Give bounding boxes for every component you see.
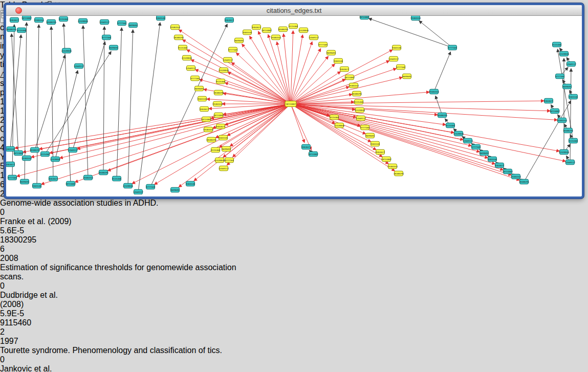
graph-node[interactable]: 19384554	[83, 175, 94, 180]
graph-node[interactable]: 9463627	[544, 98, 553, 103]
graph-node[interactable]: 18724007	[359, 16, 370, 19]
graph-node[interactable]: 22420046	[61, 48, 72, 53]
graph-node[interactable]: 18300295	[30, 147, 40, 152]
graph-node[interactable]: 9463627	[495, 163, 504, 168]
graph-node[interactable]: 9465546	[569, 94, 578, 99]
graph-node[interactable]: 9463627	[216, 124, 225, 129]
table-row[interactable]: 911546021997Tourette syndrome. Phenomeno…	[0, 318, 588, 372]
graph-node[interactable]: 18724007	[503, 169, 513, 174]
network-graph[interactable]: 1872400719384554183002959115460224200461…	[6, 16, 582, 194]
graph-node[interactable]: 9699695	[480, 150, 489, 156]
zoom-window-button[interactable]	[267, 7, 273, 14]
graph-node[interactable]: 9465546	[198, 96, 207, 101]
graph-node[interactable]: 18724007	[201, 117, 212, 122]
graph-node[interactable]: 9463627	[225, 17, 234, 23]
graph-node[interactable]: 14569117	[309, 35, 319, 40]
minimize-window-button[interactable]	[24, 7, 31, 14]
graph-node[interactable]: 18724007	[66, 181, 76, 186]
graph-node[interactable]: 19384554	[387, 164, 398, 169]
graph-node[interactable]: 9465546	[156, 16, 165, 20]
graph-node[interactable]: 22420046	[559, 51, 570, 56]
graph-node[interactable]: 9463627	[10, 17, 19, 23]
graph-node[interactable]: 9699695	[128, 23, 138, 28]
graph-node[interactable]: 9465546	[219, 135, 228, 140]
graph-node[interactable]: 9115460	[178, 45, 187, 50]
graph-node[interactable]: 9777169	[146, 184, 155, 189]
graph-node[interactable]: 9465546	[6, 146, 15, 151]
graph-node[interactable]: 9463627	[340, 67, 349, 72]
graph-node[interactable]: 9463627	[49, 176, 58, 181]
graph-node[interactable]: 14569117	[223, 57, 233, 62]
graph-node[interactable]: 9699695	[402, 74, 411, 79]
graph-node[interactable]: 9777169	[8, 175, 17, 180]
graph-node[interactable]: 9115460	[59, 16, 68, 21]
graph-node[interactable]: 9699695	[170, 187, 180, 192]
graph-node[interactable]: 9465546	[371, 141, 380, 146]
graph-node[interactable]: 9463627	[200, 106, 209, 112]
graph-node[interactable]: 22420046	[219, 68, 229, 73]
graph-node[interactable]: 9777169	[471, 144, 481, 149]
close-window-button[interactable]	[15, 7, 22, 14]
graph-node[interactable]: 14569117	[68, 147, 78, 152]
graph-node[interactable]: 22420046	[182, 55, 192, 60]
graph-node[interactable]: 9115460	[330, 115, 339, 120]
graph-node[interactable]: 18724007	[344, 75, 355, 80]
graph-node[interactable]: 9465546	[334, 58, 343, 63]
graph-node[interactable]: 9115460	[354, 99, 363, 104]
graph-node[interactable]: 9463627	[6, 162, 15, 167]
graph-node[interactable]: 9465546	[392, 45, 401, 50]
graph-node[interactable]: 18300295	[352, 91, 362, 96]
graph-node[interactable]: 18300295	[278, 27, 289, 32]
graph-node[interactable]: 18300295	[437, 113, 448, 118]
graph-node[interactable]: 14569117	[133, 189, 144, 194]
graph-node[interactable]: 9115460	[552, 42, 561, 47]
graph-node[interactable]: 18724007	[13, 150, 24, 156]
graph-node[interactable]: 18724007	[308, 151, 319, 157]
graph-node[interactable]: 19384554	[410, 16, 421, 20]
graph-node[interactable]: 9699695	[194, 86, 204, 91]
graph-node[interactable]: 18724007	[381, 157, 392, 162]
graph-node[interactable]: 9699695	[222, 146, 231, 151]
graph-node[interactable]: 22420046	[334, 123, 345, 128]
graph-node[interactable]: 19384554	[557, 118, 568, 123]
graph-node[interactable]: 9465546	[186, 181, 195, 186]
graph-node[interactable]: 22420046	[559, 149, 570, 155]
graph-node[interactable]: 19384554	[34, 17, 45, 23]
graph-node[interactable]: 22420046	[123, 183, 134, 188]
graph-node[interactable]: 22420046	[214, 158, 225, 163]
graph-node[interactable]: 19384554	[349, 83, 359, 88]
graph-node[interactable]: 9699695	[562, 84, 572, 89]
network-window-titlebar[interactable]: citations_edges.txt	[6, 5, 582, 16]
graph-node[interactable]: 9115460	[569, 138, 578, 143]
graph-node[interactable]: 9465546	[32, 183, 41, 188]
graph-node[interactable]: 9699695	[234, 38, 244, 43]
graph-node[interactable]: 18300295	[173, 35, 184, 40]
graph-node[interactable]: 9465546	[488, 157, 497, 162]
graph-node[interactable]: 19384554	[511, 174, 521, 179]
graph-node[interactable]: 22420046	[355, 107, 365, 113]
network-canvas[interactable]: 1872400719384554183002959115460224200461…	[6, 16, 582, 196]
graph-node[interactable]: 14569117	[565, 160, 576, 165]
graph-node[interactable]: 18724007	[213, 113, 224, 118]
graph-node[interactable]: 9777169	[225, 158, 234, 163]
graph-node[interactable]: 9777169	[360, 125, 369, 130]
graph-node[interactable]: 9699695	[20, 179, 29, 184]
graph-node[interactable]: 14569117	[99, 19, 110, 25]
graph-node[interactable]: 18300295	[46, 19, 57, 25]
graph-node[interactable]: 14569117	[356, 116, 366, 121]
graph-node[interactable]: 22420046	[453, 131, 464, 136]
graph-node[interactable]: 18724007	[550, 108, 560, 114]
graph-node[interactable]: 18724007	[21, 16, 32, 20]
graph-node[interactable]: 9115460	[446, 123, 455, 128]
graph-node[interactable]: 9463627	[301, 144, 311, 149]
graph-node[interactable]: 9465546	[243, 30, 252, 35]
graph-node[interactable]: 9777169	[555, 74, 564, 79]
graph-node[interactable]: 9777169	[190, 76, 200, 81]
graph-node[interactable]: 9777169	[117, 20, 126, 26]
graph-node[interactable]: 18300295	[519, 179, 530, 184]
graph-node[interactable]: 9463627	[252, 25, 261, 30]
graph-node[interactable]: 18300295	[6, 27, 17, 32]
graph-node[interactable]: 18724007	[262, 28, 272, 33]
graph-node[interactable]: 9699695	[109, 45, 118, 50]
graph-node[interactable]: 9115460	[17, 28, 26, 33]
